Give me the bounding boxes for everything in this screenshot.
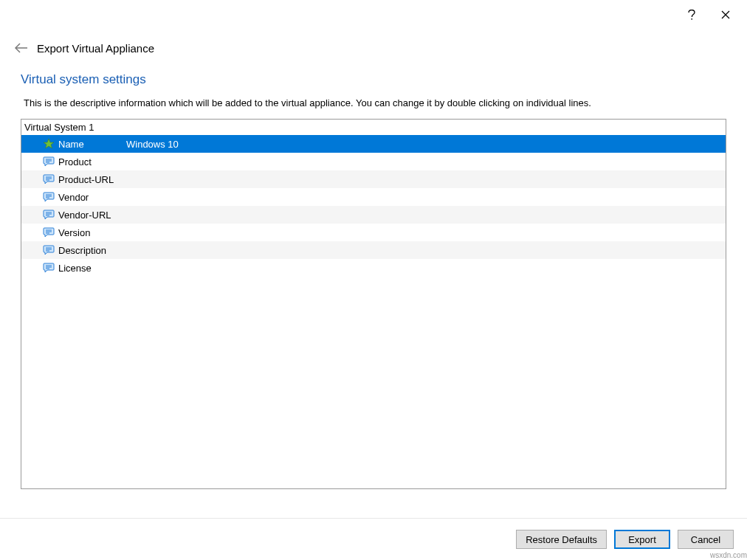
row-product[interactable]: Product (21, 153, 726, 170)
comment-icon (42, 173, 55, 186)
row-vendor-url[interactable]: Vendor-URL (21, 206, 726, 224)
row-name[interactable]: Name Windows 10 (21, 135, 726, 153)
row-description[interactable]: Description (21, 241, 726, 259)
settings-list[interactable]: Virtual System 1 Name Windows 10 Product (21, 119, 726, 489)
help-button[interactable] (675, 4, 709, 26)
row-label: Description (58, 245, 126, 256)
watermark: wsxdn.com (710, 551, 747, 559)
section-description: This is the descriptive information whic… (0, 94, 747, 119)
comment-icon (42, 155, 55, 168)
comment-icon (42, 190, 55, 204)
star-icon (42, 137, 55, 151)
close-button[interactable] (709, 4, 743, 26)
row-label: License (58, 263, 126, 274)
row-product-url[interactable]: Product-URL (21, 170, 726, 188)
comment-icon (42, 243, 55, 257)
row-label: Vendor-URL (58, 210, 126, 221)
row-label: Vendor (58, 192, 126, 203)
svg-point-0 (691, 18, 692, 20)
row-version[interactable]: Version (21, 224, 726, 241)
export-button[interactable]: Export (614, 530, 670, 549)
group-header[interactable]: Virtual System 1 (21, 120, 726, 135)
page-title: Export Virtual Appliance (37, 42, 154, 55)
comment-icon (42, 208, 55, 221)
row-label: Product-URL (58, 174, 126, 185)
restore-defaults-button[interactable]: Restore Defaults (516, 530, 607, 549)
comment-icon (42, 226, 55, 239)
back-button[interactable] (13, 40, 30, 56)
comment-icon (42, 261, 55, 274)
svg-marker-4 (44, 139, 54, 148)
row-vendor[interactable]: Vendor (21, 188, 726, 206)
row-label: Name (58, 139, 126, 150)
row-label: Version (58, 227, 126, 238)
row-label: Product (58, 156, 126, 167)
section-title: Virtual system settings (0, 72, 747, 94)
row-license[interactable]: License (21, 259, 726, 277)
cancel-button[interactable]: Cancel (678, 530, 734, 549)
row-value: Windows 10 (126, 139, 726, 150)
